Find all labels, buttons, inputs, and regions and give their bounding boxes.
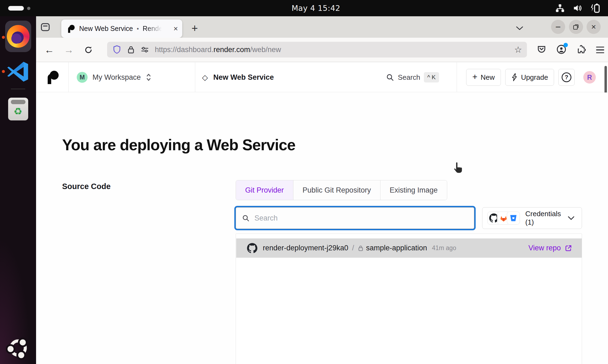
render-logo[interactable] bbox=[46, 70, 59, 85]
private-repo-lock-icon bbox=[358, 245, 363, 251]
search-label: Search bbox=[398, 73, 420, 82]
account-icon[interactable] bbox=[556, 44, 566, 55]
workspace-name: My Workspace bbox=[92, 73, 141, 82]
navigation-bar: ← → https://dashboard.render.com/web/new… bbox=[36, 38, 608, 62]
workspace-indicator-dot[interactable] bbox=[27, 7, 30, 10]
tab-existing-image[interactable]: Existing Image bbox=[380, 180, 447, 200]
search-icon bbox=[386, 73, 394, 81]
upgrade-button[interactable]: Upgrade bbox=[505, 69, 554, 86]
trash-lid bbox=[11, 100, 25, 104]
extensions-icon[interactable] bbox=[577, 45, 586, 55]
source-code-label: Source Code bbox=[62, 182, 111, 191]
credentials-dropdown[interactable]: Credentials (1) bbox=[482, 207, 582, 229]
page-title: New Web Service bbox=[213, 73, 274, 82]
source-tabs: Git Provider Public Git Repository Exist… bbox=[236, 180, 447, 200]
tab-title-suffix: Render bbox=[143, 25, 163, 33]
plus-icon: + bbox=[472, 72, 478, 82]
github-icon bbox=[247, 243, 257, 253]
workspace-avatar: M bbox=[77, 72, 88, 83]
window-minimize-button[interactable]: − bbox=[551, 20, 565, 34]
user-avatar[interactable]: R bbox=[583, 71, 596, 84]
repo-separator: / bbox=[352, 244, 354, 252]
workspace-switcher[interactable]: M My Workspace bbox=[77, 69, 152, 86]
activities-indicator[interactable] bbox=[8, 6, 24, 11]
window-close-button[interactable]: × bbox=[587, 20, 601, 34]
question-icon: ? bbox=[562, 72, 571, 82]
recycle-glyph: ♻ bbox=[14, 107, 22, 116]
dock-item-show-apps[interactable] bbox=[0, 333, 36, 363]
browser-tab-active[interactable]: New Web Service • Render × bbox=[61, 20, 182, 38]
account-notification-dot bbox=[564, 43, 568, 47]
window-restore-button[interactable] bbox=[569, 20, 583, 34]
page-heading: You are deploying a Web Service bbox=[62, 136, 295, 154]
repo-owner: render-deployment-j29ka0 bbox=[263, 244, 348, 252]
browser-window: New Web Service • Render × + − × ← → bbox=[36, 16, 608, 364]
system-tray[interactable] bbox=[555, 0, 600, 16]
global-search-button[interactable]: Search ^ K bbox=[386, 69, 439, 86]
repo-row[interactable]: render-deployment-j29ka0 / sample-applic… bbox=[236, 238, 582, 258]
menu-icon[interactable] bbox=[596, 47, 604, 53]
diamond-icon: ◇ bbox=[202, 73, 208, 82]
system-clock[interactable]: May 4 15:42 bbox=[277, 0, 355, 16]
dock-separator bbox=[11, 89, 25, 89]
network-icon[interactable] bbox=[555, 3, 565, 13]
repo-search-input[interactable] bbox=[254, 214, 468, 222]
tab-close-button[interactable]: × bbox=[174, 25, 178, 33]
tab-bar: New Web Service • Render × + − × bbox=[36, 16, 608, 38]
header-divider bbox=[68, 62, 69, 92]
dock-item-vscode[interactable] bbox=[0, 59, 36, 86]
sort-chevrons-icon bbox=[146, 73, 152, 81]
chevron-down-icon bbox=[568, 216, 575, 220]
vscode-icon bbox=[7, 61, 30, 84]
battery-charging-icon[interactable] bbox=[590, 3, 600, 14]
bitbucket-icon bbox=[507, 212, 520, 225]
page-content: You are deploying a Web Service Source C… bbox=[36, 92, 608, 364]
repo-name: sample-application bbox=[366, 244, 427, 252]
help-button[interactable]: ? bbox=[558, 69, 575, 86]
url-prefix: https://dashboard. bbox=[155, 46, 213, 54]
system-top-bar: May 4 15:42 bbox=[0, 0, 608, 16]
render-favicon bbox=[67, 25, 75, 33]
reload-button[interactable] bbox=[81, 43, 96, 57]
firefox-active-highlight bbox=[5, 21, 31, 52]
back-button[interactable]: ← bbox=[42, 43, 57, 57]
vscode-running-dot bbox=[2, 70, 5, 73]
repo-search-field[interactable] bbox=[236, 207, 474, 229]
view-repo-link[interactable]: View repo bbox=[528, 244, 572, 252]
tab-git-provider[interactable]: Git Provider bbox=[236, 180, 293, 200]
volume-icon[interactable] bbox=[572, 3, 583, 13]
tab-title: New Web Service • Render bbox=[79, 25, 172, 33]
tab-public-git-repository[interactable]: Public Git Repository bbox=[293, 180, 380, 200]
firefox-view-button[interactable] bbox=[38, 21, 52, 33]
nav-right-icons bbox=[537, 43, 604, 57]
firefox-icon bbox=[7, 25, 30, 48]
tab-title-separator: • bbox=[137, 25, 139, 32]
lock-icon[interactable] bbox=[127, 45, 135, 54]
search-icon bbox=[242, 214, 249, 222]
forward-button[interactable]: → bbox=[62, 43, 76, 57]
dock-item-trash[interactable]: ♻ bbox=[0, 95, 36, 123]
cursor-pointer bbox=[452, 161, 465, 175]
external-link-icon bbox=[565, 244, 572, 252]
repo-list-panel: render-deployment-j29ka0 / sample-applic… bbox=[236, 234, 582, 364]
search-shortcut-badge: ^ K bbox=[424, 72, 439, 82]
trash-icon: ♻ bbox=[8, 98, 28, 120]
repo-updated-time: 41m ago bbox=[432, 244, 529, 252]
dock-item-firefox[interactable] bbox=[0, 20, 36, 53]
url-bar[interactable]: https://dashboard.render.com/web/new ☆ bbox=[107, 42, 527, 58]
lightning-icon bbox=[511, 73, 518, 81]
new-tab-button[interactable]: + bbox=[188, 22, 201, 35]
shield-icon[interactable] bbox=[113, 45, 121, 54]
credentials-label: Credentials (1) bbox=[525, 210, 568, 226]
url-text[interactable]: https://dashboard.render.com/web/new bbox=[155, 46, 511, 54]
url-path: /web/new bbox=[250, 46, 281, 54]
list-all-tabs-button[interactable] bbox=[512, 22, 527, 34]
new-button[interactable]: + New bbox=[466, 69, 501, 86]
firefox-running-dot bbox=[2, 36, 5, 39]
permissions-icon[interactable] bbox=[141, 46, 149, 53]
screen: May 4 15:42 bbox=[0, 0, 608, 364]
bookmark-star-icon[interactable]: ☆ bbox=[514, 44, 522, 55]
header-divider bbox=[457, 62, 457, 92]
pocket-icon[interactable] bbox=[537, 45, 546, 55]
app-header: M My Workspace ◇ New Web Service Search … bbox=[36, 62, 608, 92]
